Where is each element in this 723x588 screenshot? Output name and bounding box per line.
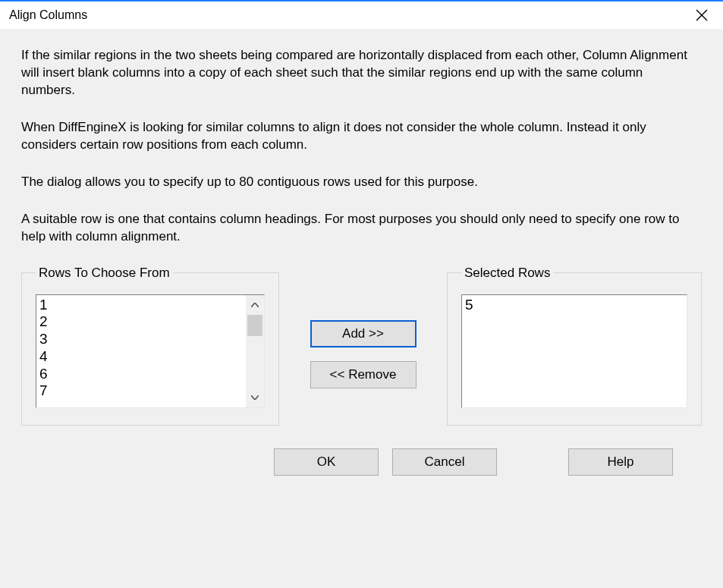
rows-to-choose-items: 1 2 3 4 6 7: [36, 295, 246, 407]
transfer-buttons: Add >> << Remove: [279, 266, 447, 388]
remove-button[interactable]: << Remove: [310, 361, 417, 388]
scroll-up-icon[interactable]: [246, 295, 264, 315]
list-item[interactable]: 7: [39, 382, 243, 400]
cancel-button[interactable]: Cancel: [392, 448, 497, 476]
rows-to-choose-listbox[interactable]: 1 2 3 4 6 7: [36, 294, 265, 408]
selected-rows-listbox[interactable]: 5: [461, 294, 687, 408]
scroll-track[interactable]: [246, 315, 264, 388]
rows-to-choose-group: Rows To Choose From 1 2 3 4 6 7: [21, 266, 279, 426]
spacer: [511, 448, 555, 476]
selected-rows-group: Selected Rows 5: [447, 266, 702, 426]
list-item[interactable]: 5: [465, 297, 684, 314]
description-block: If the similar regions in the two sheets…: [21, 47, 702, 246]
list-item[interactable]: 4: [39, 348, 243, 366]
dialog-buttons: OK Cancel Help: [21, 448, 702, 476]
selected-rows-items: 5: [462, 295, 687, 407]
scrollbar[interactable]: [246, 295, 264, 407]
ok-button[interactable]: OK: [274, 448, 379, 476]
spacer: [21, 448, 260, 476]
scroll-thumb[interactable]: [247, 315, 262, 336]
help-button[interactable]: Help: [568, 448, 673, 476]
list-item[interactable]: 3: [39, 331, 243, 348]
list-item[interactable]: 1: [39, 297, 243, 314]
selection-panels: Rows To Choose From 1 2 3 4 6 7: [21, 266, 702, 426]
description-paragraph: When DiffEngineX is looking for similar …: [21, 119, 689, 154]
rows-to-choose-legend: Rows To Choose From: [36, 266, 173, 281]
scroll-down-icon[interactable]: [246, 388, 264, 407]
list-item[interactable]: 2: [39, 313, 243, 331]
close-icon: [696, 9, 708, 21]
client-area: If the similar regions in the two sheets…: [0, 29, 723, 476]
description-paragraph: A suitable row is one that contains colu…: [21, 211, 689, 246]
title-bar: Align Columns: [0, 0, 723, 29]
description-paragraph: The dialog allows you to specify up to 8…: [21, 174, 689, 191]
add-button[interactable]: Add >>: [310, 320, 417, 347]
close-button[interactable]: [681, 2, 723, 29]
selected-rows-legend: Selected Rows: [461, 266, 553, 281]
list-item[interactable]: 6: [39, 366, 243, 383]
description-paragraph: If the similar regions in the two sheets…: [21, 47, 689, 99]
window-title: Align Columns: [9, 8, 87, 22]
